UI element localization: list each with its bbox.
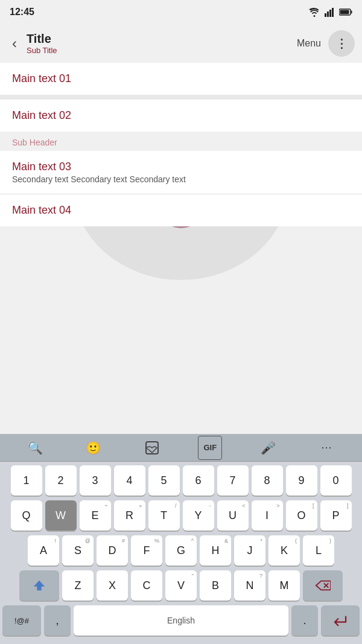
list-item-2-main: Main text 02 bbox=[12, 109, 350, 122]
symbols-button[interactable]: !@# bbox=[2, 605, 41, 636]
backspace-button[interactable] bbox=[303, 570, 343, 601]
toolbar-more-button[interactable]: ··· bbox=[315, 436, 339, 460]
key-b[interactable]: B bbox=[200, 570, 231, 601]
svg-rect-1 bbox=[327, 11, 329, 17]
asdf-row: !A @S #D %F ^G &H *J (K )L bbox=[2, 535, 360, 566]
app-bar-titles: Title Sub Title bbox=[27, 32, 292, 55]
status-bar: 12:45 bbox=[0, 0, 362, 24]
key-i[interactable]: >I bbox=[252, 500, 283, 531]
toolbar-sticker-button[interactable] bbox=[140, 436, 164, 460]
key-e[interactable]: ÷E bbox=[80, 500, 111, 531]
svg-rect-6 bbox=[340, 10, 349, 14]
comma-key[interactable]: , bbox=[44, 605, 71, 636]
shift-icon bbox=[33, 579, 46, 592]
number-row: 1 2 3 4 5 6 7 8 9 0 bbox=[2, 465, 360, 496]
svg-rect-0 bbox=[325, 13, 326, 17]
app-bar-subtitle: Sub Title bbox=[27, 46, 292, 55]
key-h[interactable]: &H bbox=[200, 535, 231, 566]
status-time: 12:45 bbox=[10, 7, 34, 18]
svg-rect-5 bbox=[351, 11, 352, 14]
sticker-icon bbox=[145, 441, 159, 455]
list-item-2[interactable]: Main text 02 bbox=[0, 100, 362, 132]
list-item-3-main: Main text 03 bbox=[12, 161, 350, 173]
key-f[interactable]: %F bbox=[131, 535, 162, 566]
key-x[interactable]: X bbox=[97, 570, 128, 601]
app-bar: ‹ Title Sub Title Menu ⋮ bbox=[0, 24, 362, 63]
bottom-row: !@# , English . bbox=[2, 605, 360, 636]
key-y[interactable]: -Y bbox=[183, 500, 214, 531]
toolbar-mic-button[interactable]: 🎤 bbox=[256, 436, 281, 460]
back-button[interactable]: ‹ bbox=[7, 30, 22, 57]
list-item-1-main: Main text 01 bbox=[12, 72, 350, 85]
key-8[interactable]: 8 bbox=[252, 465, 283, 496]
key-z[interactable]: Z bbox=[62, 570, 94, 601]
battery-icon bbox=[339, 8, 352, 16]
key-w[interactable]: +W bbox=[45, 500, 77, 531]
key-1[interactable]: 1 bbox=[11, 465, 42, 496]
status-icons bbox=[308, 7, 352, 17]
space-key[interactable]: English bbox=[74, 605, 288, 636]
key-o[interactable]: [O bbox=[286, 500, 317, 531]
list-item-3[interactable]: Main text 03 Secondary text Secondary te… bbox=[0, 151, 362, 194]
enter-button[interactable] bbox=[321, 605, 360, 636]
key-s[interactable]: @S bbox=[62, 535, 94, 566]
key-m[interactable]: M bbox=[268, 570, 300, 601]
list-item-4-main: Main text 04 bbox=[12, 204, 350, 217]
list-item-1[interactable]: Main text 01 bbox=[0, 63, 362, 95]
key-r[interactable]: =R bbox=[114, 500, 145, 531]
key-g[interactable]: ^G bbox=[165, 535, 197, 566]
key-j[interactable]: *J bbox=[234, 535, 265, 566]
list-container: Main text 01 Main text 02 Sub Header Mai… bbox=[0, 63, 362, 226]
shift-button[interactable] bbox=[19, 570, 59, 601]
list-item-4[interactable]: Main text 04 bbox=[0, 194, 362, 226]
key-d[interactable]: #D bbox=[97, 535, 128, 566]
keyboard-toolbar: 🔍 🙂 GIF 🎤 ··· bbox=[0, 434, 362, 462]
list-item-3-secondary: Secondary text Secondary text Secondary … bbox=[12, 174, 350, 184]
key-0[interactable]: 0 bbox=[320, 465, 352, 496]
zxcv-row: Z X C "V B ?N M bbox=[2, 570, 360, 601]
key-3[interactable]: 3 bbox=[80, 465, 111, 496]
list-section-3: Main text 03 Secondary text Secondary te… bbox=[0, 151, 362, 226]
key-u[interactable]: <U bbox=[217, 500, 249, 531]
wifi-icon bbox=[308, 7, 321, 17]
qwerty-row: Q +W ÷E =R /T -Y <U >I [O ]P bbox=[2, 500, 360, 531]
keyboard-keys: 1 2 3 4 5 6 7 8 9 0 Q +W ÷E =R /T -Y <U … bbox=[0, 462, 362, 644]
menu-button[interactable]: Menu bbox=[297, 38, 321, 49]
list-section-2: Main text 02 bbox=[0, 100, 362, 132]
key-p[interactable]: ]P bbox=[320, 500, 352, 531]
svg-rect-2 bbox=[329, 10, 331, 17]
key-7[interactable]: 7 bbox=[217, 465, 249, 496]
key-6[interactable]: 6 bbox=[183, 465, 214, 496]
key-v[interactable]: "V bbox=[165, 570, 197, 601]
key-l[interactable]: )L bbox=[303, 535, 334, 566]
toolbar-gif-button[interactable]: GIF bbox=[198, 436, 222, 460]
key-k[interactable]: (K bbox=[268, 535, 300, 566]
key-n[interactable]: ?N bbox=[234, 570, 265, 601]
keyboard-container: 🔍 🙂 GIF 🎤 ··· 1 2 3 4 5 6 7 8 9 0 Q bbox=[0, 434, 362, 644]
key-c[interactable]: C bbox=[131, 570, 162, 601]
key-9[interactable]: 9 bbox=[286, 465, 317, 496]
section-divider-1 bbox=[0, 95, 362, 100]
svg-rect-3 bbox=[332, 8, 334, 17]
more-options-button[interactable]: ⋮ bbox=[328, 30, 355, 57]
toolbar-emoji-button[interactable]: 🙂 bbox=[81, 436, 106, 460]
app-bar-title: Title bbox=[27, 32, 292, 46]
sub-header: Sub Header bbox=[0, 132, 362, 151]
signal-icon bbox=[325, 7, 335, 17]
key-5[interactable]: 5 bbox=[148, 465, 180, 496]
toolbar-search-button[interactable]: 🔍 bbox=[23, 436, 47, 460]
key-4[interactable]: 4 bbox=[114, 465, 145, 496]
key-a[interactable]: !A bbox=[28, 535, 59, 566]
key-q[interactable]: Q bbox=[11, 500, 42, 531]
enter-icon bbox=[332, 614, 348, 626]
key-2[interactable]: 2 bbox=[45, 465, 77, 496]
key-t[interactable]: /T bbox=[148, 500, 180, 531]
backspace-icon bbox=[315, 579, 331, 591]
period-key[interactable]: . bbox=[291, 605, 318, 636]
list-section-1: Main text 01 bbox=[0, 63, 362, 95]
